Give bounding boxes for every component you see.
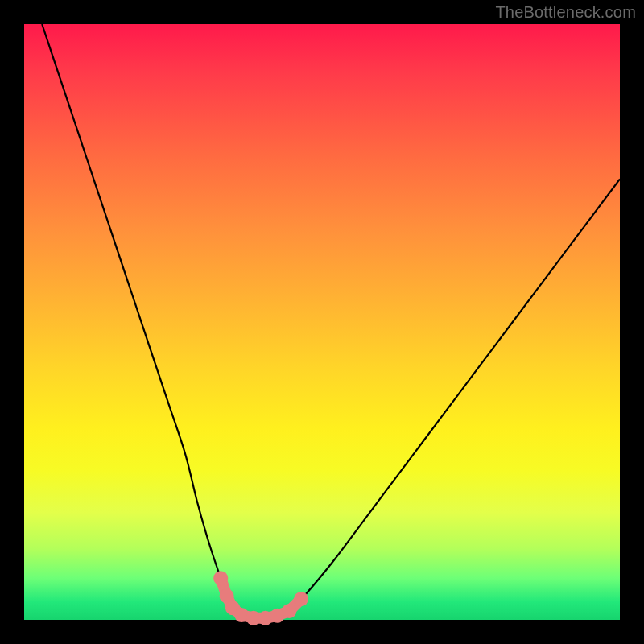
highlight-dot: [213, 571, 228, 585]
curve-svg: [24, 24, 620, 620]
chart-frame: TheBottleneck.com: [0, 0, 644, 644]
highlight-dot: [282, 604, 296, 618]
plot-area: [24, 24, 620, 620]
highlight-dot: [258, 611, 273, 625]
watermark-text: TheBottleneck.com: [495, 3, 636, 22]
bottleneck-curve: [42, 24, 620, 621]
highlight-trough: [213, 571, 308, 625]
highlight-dot: [294, 592, 308, 606]
